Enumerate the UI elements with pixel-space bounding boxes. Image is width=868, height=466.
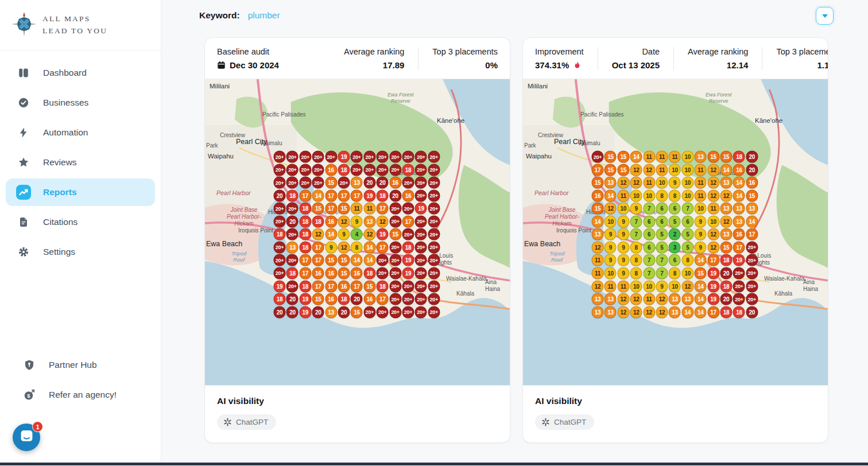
map-pin[interactable]: 18 [286,267,299,279]
map-pin[interactable]: 20+ [286,151,299,163]
map-pin[interactable]: 8 [656,189,668,201]
map-pin[interactable]: 15 [617,151,629,163]
map-pin[interactable]: 10 [681,189,693,201]
map-pin[interactable]: 15 [604,151,617,163]
map-pin[interactable]: 10 [643,280,655,292]
sidebar-item-reviews[interactable]: Reviews [6,149,155,176]
map-pin[interactable]: 5 [669,215,681,227]
map-pin[interactable]: 15 [707,151,719,163]
map-pin[interactable]: 20+ [402,151,414,163]
map-pin[interactable]: 6 [643,241,655,253]
map-pin[interactable]: 10 [681,267,693,279]
map-pin[interactable]: 20+ [312,177,324,189]
map-pin[interactable]: 18 [363,267,375,279]
map-pin[interactable]: 20+ [377,254,389,266]
map-pin[interactable]: 20+ [428,203,440,215]
map-pin[interactable]: 14 [363,241,375,253]
map-pin[interactable]: 17 [325,189,337,201]
chatgpt-chip[interactable]: ChatGPT [217,414,276,430]
map-pin[interactable]: 19 [402,267,414,279]
map-pin[interactable]: 9 [695,228,707,240]
map-pin[interactable]: 20+ [733,280,745,292]
map-pin[interactable]: 12 [592,241,604,253]
map-pin[interactable]: 20 [389,189,401,201]
map-pin[interactable]: 9 [617,241,629,253]
map-pin[interactable]: 20+ [415,215,427,227]
map-pin[interactable]: 13 [733,215,745,227]
map-pin[interactable]: 6 [669,254,681,266]
map-pin[interactable]: 18 [377,280,389,292]
sidebar-item-dashboard[interactable]: Dashboard [6,59,155,87]
map-pin[interactable]: 15 [338,254,350,266]
map-pin[interactable]: 15 [389,228,401,240]
map-pin[interactable]: 20 [377,177,389,189]
map-pin[interactable]: 6 [643,215,655,227]
map-pin[interactable]: 20+ [274,267,286,279]
map-pin[interactable]: 9 [325,241,337,253]
map-pin[interactable]: 11 [656,164,668,176]
map-pin[interactable]: 18 [720,254,733,266]
map-pin[interactable]: 17 [299,254,311,266]
map-pin[interactable]: 11 [695,164,707,176]
map-pin[interactable]: 12 [617,177,629,189]
map-pin[interactable]: 16 [338,280,350,292]
map-pin[interactable]: 20+ [286,228,299,240]
map-pin[interactable]: 8 [351,241,363,253]
map-pin[interactable]: 12 [707,241,719,253]
map-pin[interactable]: 16 [351,306,363,318]
map-pin[interactable]: 9 [669,177,681,189]
map-pin[interactable]: 20+ [377,267,389,279]
map-pin[interactable]: 20+ [274,177,286,189]
map-pin[interactable]: 18 [299,228,311,240]
map-pin[interactable]: 12 [338,215,350,227]
map-pin[interactable]: 13 [669,306,681,318]
map-pin[interactable]: 9 [604,254,617,266]
sidebar-item-citations[interactable]: Citations [6,208,155,236]
map-pin[interactable]: 20+ [312,151,324,163]
map-pin[interactable]: 13 [363,215,375,227]
map-pin[interactable]: 6 [681,215,693,227]
keyword-value[interactable]: plumber [248,10,280,21]
map-pin[interactable]: 13 [604,306,617,318]
map-pin[interactable]: 20+ [428,215,440,227]
map-pin[interactable]: 9 [617,267,629,279]
map-pin[interactable]: 18 [733,151,745,163]
map-pin[interactable]: 20+ [274,241,286,253]
map-pin[interactable]: 20+ [415,228,427,240]
map-pin[interactable]: 13 [286,241,299,253]
map-pin[interactable]: 20+ [746,267,758,279]
map-pin[interactable]: 20+ [274,254,286,266]
map-pin[interactable]: 11 [351,203,363,215]
map-pin[interactable]: 20+ [363,306,375,318]
map-pin[interactable]: 20+ [299,177,311,189]
map-pin[interactable]: 13 [746,203,758,215]
map-pin[interactable]: 20 [746,164,758,176]
map-pin[interactable]: 7 [656,267,668,279]
map-pin[interactable]: 13 [604,177,617,189]
map-pin[interactable]: 20+ [389,164,401,176]
map-pin[interactable]: 12 [630,164,642,176]
map-pin[interactable]: 7 [656,254,668,266]
map-pin[interactable]: 6 [656,215,668,227]
map-pin[interactable]: 20 [746,306,758,318]
map-pin[interactable]: 20 [351,293,363,305]
map-pin[interactable]: 18 [299,215,311,227]
map-pin[interactable]: 10 [707,215,719,227]
map-pin[interactable]: 9 [656,280,668,292]
map-pin[interactable]: 9 [617,228,629,240]
map-pin[interactable]: 11 [656,151,668,163]
map-pin[interactable]: 12 [707,228,719,240]
map-pin[interactable]: 16 [389,177,401,189]
map-pin[interactable]: 16 [325,293,337,305]
map-pin[interactable]: 6 [656,203,668,215]
map-pin[interactable]: 20+ [415,280,427,292]
map-pin[interactable]: 20+ [389,254,401,266]
map-pin[interactable]: 18 [312,215,324,227]
map-pin[interactable]: 20+ [428,306,440,318]
chatgpt-chip[interactable]: ChatGPT [535,414,594,430]
map-pin[interactable]: 20+ [389,215,401,227]
map-pin[interactable]: 11 [669,151,681,163]
map-pin[interactable]: 20+ [428,189,440,201]
ranking-map[interactable]: MililaniEwa Forest ReservePacific Palisa… [205,79,510,386]
map-pin[interactable]: 8 [630,254,642,266]
